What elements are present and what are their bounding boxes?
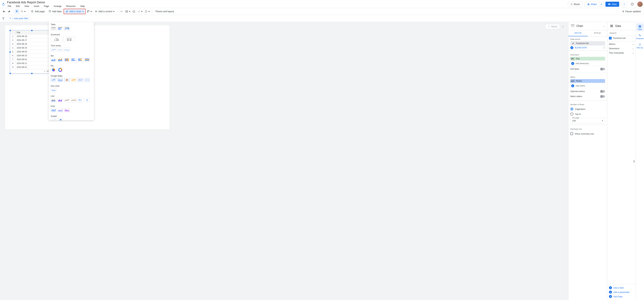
time-granularity-group[interactable]: Time Granularity⌄ xyxy=(607,51,636,55)
chart-type-bar-h-100[interactable] xyxy=(84,58,90,62)
tab-setup[interactable]: SETUP xyxy=(568,30,588,36)
data-search-input[interactable] xyxy=(610,32,638,34)
canvas-reset-button[interactable]: Reset xyxy=(545,24,560,29)
chart-type-area[interactable] xyxy=(51,108,56,112)
table-row[interactable]: 3.2024-06-18 xyxy=(10,42,54,46)
per-page-select[interactable]: Per page 100 ▼ xyxy=(570,118,605,123)
chart-type-icon[interactable] xyxy=(570,24,575,28)
document-title[interactable]: Facebook Ads Report Demo xyxy=(7,1,86,4)
chart-type-scorecard[interactable]: Total1,168 xyxy=(51,37,62,42)
table-header-day[interactable]: Day xyxy=(15,31,54,35)
chart-type-table-heatmap[interactable] xyxy=(64,26,70,31)
table-pagination[interactable]: 1 - 28 / 28 xyxy=(10,69,54,73)
chart-type-timeseries[interactable] xyxy=(51,48,56,52)
menu-arrange[interactable]: Arrange xyxy=(53,5,62,8)
add-metric-button[interactable]: +Add metric xyxy=(570,83,605,88)
chart-type-candlestick[interactable] xyxy=(78,98,83,102)
user-avatar[interactable] xyxy=(637,2,643,7)
table-row[interactable]: 1.2024-06-16 xyxy=(10,35,54,38)
add-dimension-button[interactable]: +Add dimension xyxy=(570,61,605,66)
undo-button[interactable] xyxy=(1,9,6,14)
metric-sliders-toggle[interactable] xyxy=(600,95,605,98)
metric-reach[interactable]: SUMReach xyxy=(570,79,605,83)
blend-data-button[interactable]: + BLEND DATA ⓘ xyxy=(570,46,605,49)
rail-data[interactable]: ▦Data xyxy=(636,23,644,31)
table-row[interactable]: 9.2024-06-01 xyxy=(10,65,54,69)
table-row[interactable]: 6.2024-06-23 xyxy=(10,54,54,58)
dimension-day[interactable]: ABCDay xyxy=(570,57,605,60)
add-data-link[interactable]: +Add Data xyxy=(609,294,634,299)
chart-type-scorecard[interactable]: Sessions69.3K xyxy=(64,37,75,42)
menu-insert[interactable]: Insert xyxy=(33,5,40,8)
line-button[interactable]: ▾ xyxy=(136,9,144,14)
redo-button[interactable] xyxy=(7,9,12,14)
chart-type-expand[interactable]: ⌄ xyxy=(603,25,605,27)
zoom-tool[interactable]: ▾ xyxy=(20,9,26,14)
view-button[interactable]: View xyxy=(606,2,619,7)
app-logo[interactable] xyxy=(1,2,5,6)
chart-type-scatter[interactable] xyxy=(51,118,56,120)
help-button[interactable]: ? xyxy=(629,1,635,7)
collapse-panel-arrow[interactable]: ❯ xyxy=(633,160,635,162)
filter-icon[interactable] xyxy=(2,17,5,20)
add-page-button[interactable]: Add page xyxy=(29,9,46,14)
chart-type-column-stacked[interactable] xyxy=(57,58,63,62)
more-options-button[interactable] xyxy=(621,1,627,7)
canvas[interactable]: Reset Day 1.2024-06-162.2024-06-173.2024… xyxy=(0,22,568,300)
chart-type-map-dots[interactable] xyxy=(84,78,90,82)
chart-type-map-line[interactable] xyxy=(71,78,76,82)
shape-button[interactable]: ▾ xyxy=(144,9,151,14)
rail-filter[interactable]: ▽Filter bar xyxy=(636,42,644,50)
chart-type-combo[interactable] xyxy=(51,98,56,102)
topn-radio[interactable]: Top N xyxy=(568,111,607,117)
menu-view[interactable]: View xyxy=(24,5,30,8)
chart-type-area-stacked[interactable] xyxy=(57,108,63,112)
table-chart[interactable]: Day 1.2024-06-162.2024-06-173.2024-06-18… xyxy=(10,30,54,74)
add-parameter-link[interactable]: +Add a parameter xyxy=(609,290,634,294)
select-tool[interactable] xyxy=(14,9,19,14)
chart-type-line-multi[interactable] xyxy=(64,98,70,102)
menu-file[interactable]: File xyxy=(7,5,12,8)
chart-type-pie[interactable] xyxy=(51,68,56,72)
show-summary-checkbox[interactable] xyxy=(570,132,573,135)
add-quick-filter-button[interactable]: + Add quick filter xyxy=(6,16,31,21)
chart-type-table[interactable] xyxy=(51,26,56,31)
chart-type-map-combo[interactable] xyxy=(78,78,83,82)
chart-type-bar-h-stacked[interactable] xyxy=(78,58,83,62)
chart-type-area-100[interactable] xyxy=(64,108,70,112)
canvas-more-button[interactable] xyxy=(561,25,565,28)
table-row[interactable]: 5.2024-06-03 xyxy=(10,50,54,54)
pause-updates-button[interactable]: Pause updates xyxy=(620,9,643,14)
metrics-group[interactable]: Metrics⌄ xyxy=(607,42,636,46)
table-row[interactable]: 4.2024-06-19 xyxy=(10,46,54,50)
chart-type-line-smooth-multi[interactable] xyxy=(71,98,76,102)
chart-type-map-heatmap[interactable] xyxy=(64,78,70,82)
community-viz-button[interactable]: + ▾ xyxy=(86,9,93,14)
menu-page[interactable]: Page xyxy=(43,5,50,8)
add-chart-button[interactable]: +Add a chart ▾ xyxy=(64,9,86,14)
blend-help-icon[interactable]: ⓘ xyxy=(603,46,605,49)
chart-type-smooth[interactable] xyxy=(64,48,70,52)
table-row[interactable]: 2.2024-06-17 xyxy=(10,38,54,42)
embed-button[interactable] xyxy=(119,9,124,14)
chart-type-donut[interactable] xyxy=(57,68,63,72)
menu-edit[interactable]: Edit xyxy=(15,5,20,8)
add-data-button[interactable]: Add data xyxy=(47,9,63,14)
chart-type-bubble[interactable] xyxy=(57,118,63,120)
theme-layout-button[interactable]: Theme and layout xyxy=(154,9,176,14)
text-button[interactable]: A xyxy=(132,9,136,14)
tab-style[interactable]: STYLE xyxy=(588,30,607,36)
chart-type-sparkline[interactable] xyxy=(57,48,63,52)
data-source-chip[interactable]: Facebook Ads xyxy=(570,41,605,46)
share-button[interactable]: Share xyxy=(584,2,600,7)
chart-type-bar-h[interactable] xyxy=(71,58,76,62)
reset-button[interactable]: Reset xyxy=(568,2,582,7)
chart-type-map-bubble[interactable] xyxy=(51,78,56,82)
datasource-facebook-ads[interactable]: +Facebook Ads xyxy=(607,36,636,41)
menu-resource[interactable]: Resource xyxy=(66,5,76,8)
drill-down-toggle[interactable] xyxy=(600,68,605,70)
image-button[interactable]: ▾ xyxy=(124,9,131,14)
chart-type-boxplot[interactable] xyxy=(84,98,90,102)
chart-type-combo-stacked[interactable] xyxy=(57,98,63,102)
chart-type-column[interactable] xyxy=(51,58,56,62)
